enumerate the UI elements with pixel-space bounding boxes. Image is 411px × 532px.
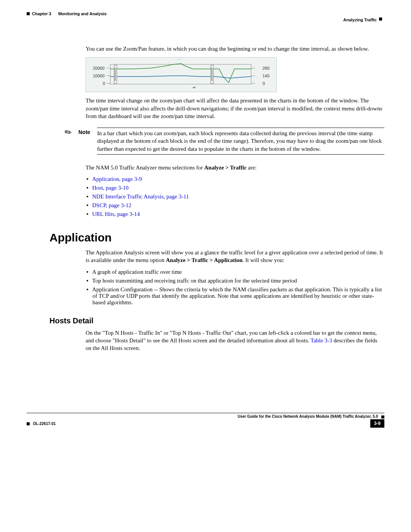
footer-marker-icon	[381, 415, 384, 419]
application-bullets: A graph of application traffic over time…	[86, 269, 384, 306]
hosts-paragraph: On the "Top N Hosts - Traffic In" or "To…	[86, 329, 384, 352]
header-marker-icon	[379, 18, 382, 21]
menu-link-list: Application, page 3-9 Host, page 3-10 ND…	[86, 176, 384, 217]
app-bullet-1: A graph of application traffic over time	[92, 269, 384, 275]
footer-marker-icon	[27, 422, 30, 425]
page-number: 3-9	[370, 419, 384, 428]
page-footer: User Guide for the Cisco Network Analysi…	[27, 413, 384, 428]
footer-guide: User Guide for the Cisco Network Analysi…	[237, 414, 378, 419]
note-icon: ✎	[65, 128, 76, 137]
heading-application: Application	[49, 231, 384, 244]
note-label: Note	[78, 128, 90, 135]
link-nde[interactable]: NDE Interface Traffic Analysis, page 3-1…	[92, 193, 189, 200]
svg-rect-0	[110, 64, 251, 84]
app-bullet-3: Application Configuration -- Shows the c…	[92, 286, 384, 306]
link-host[interactable]: Host, page 3-10	[92, 185, 128, 191]
link-dscp[interactable]: DSCP, page 3-12	[92, 202, 131, 208]
note-text: In a bar chart which you can zoom/pan, e…	[97, 128, 384, 155]
page-header: Chapter 3 Monitoring and Analysis	[27, 11, 384, 16]
link-application[interactable]: Application, page 3-9	[92, 176, 142, 182]
footer-doc-id: OL-22617-01	[33, 422, 56, 426]
chapter-label: Chapter 3	[32, 11, 51, 16]
app-bullet-2: Top hosts transmitting and receiving tra…	[92, 278, 384, 284]
link-table-3-3[interactable]: Table 3-3	[311, 337, 332, 343]
svg-text:⇹: ⇹	[193, 85, 196, 89]
section-right: Analyzing Traffic	[343, 18, 377, 22]
intro-paragraph-1: You can use the Zoom/Pan feature, in whi…	[86, 45, 384, 53]
link-urlhits[interactable]: URL Hits, page 3-14	[92, 211, 140, 217]
heading-hosts-detail: Hosts Detail	[49, 316, 384, 325]
zoom-pan-chart: ···· 20000 10000 0 280 140 0	[86, 57, 277, 92]
chart-svg: ⇹	[86, 58, 276, 92]
menu-intro: The NAM 5.0 Traffic Analyzer menu select…	[86, 164, 384, 171]
chapter-title: Monitoring and Analysis	[58, 11, 107, 16]
header-marker-icon	[27, 12, 30, 15]
intro-paragraph-2: The time interval change on the zoom/pan…	[86, 97, 384, 120]
application-paragraph: The Application Analysis screen will sho…	[86, 249, 384, 264]
